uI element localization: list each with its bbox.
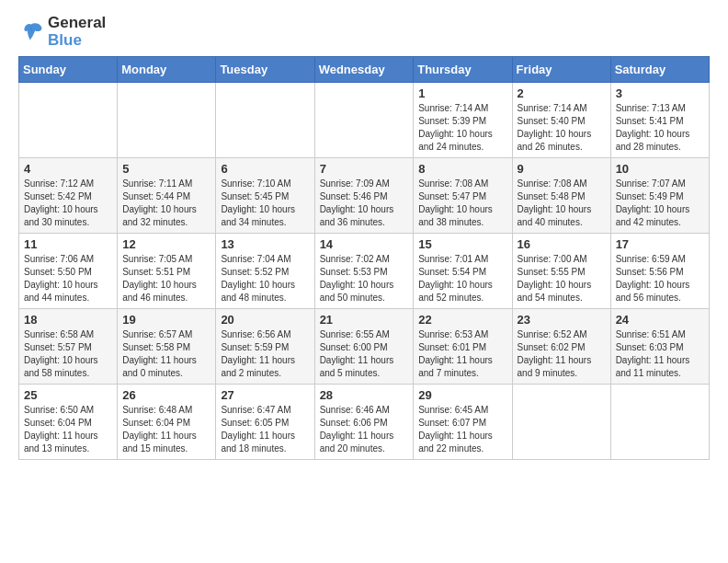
day-number: 19 xyxy=(122,313,210,327)
day-info: Sunrise: 6:52 AM Sunset: 6:02 PM Dayligh… xyxy=(518,328,606,380)
calendar-cell: 18Sunrise: 6:58 AM Sunset: 5:57 PM Dayli… xyxy=(19,309,118,385)
calendar-cell: 26Sunrise: 6:48 AM Sunset: 6:04 PM Dayli… xyxy=(118,385,216,460)
day-info: Sunrise: 6:45 AM Sunset: 6:07 PM Dayligh… xyxy=(418,404,506,455)
day-number: 20 xyxy=(221,313,309,327)
day-number: 4 xyxy=(24,162,112,176)
weekday-header: Thursday xyxy=(414,57,512,83)
day-number: 18 xyxy=(24,313,112,327)
calendar-cell: 21Sunrise: 6:55 AM Sunset: 6:00 PM Dayli… xyxy=(314,309,414,385)
day-info: Sunrise: 7:13 AM Sunset: 5:41 PM Dayligh… xyxy=(616,102,704,154)
calendar-cell: 10Sunrise: 7:07 AM Sunset: 5:49 PM Dayli… xyxy=(610,158,709,234)
day-number: 14 xyxy=(320,237,409,251)
day-info: Sunrise: 7:14 AM Sunset: 5:40 PM Dayligh… xyxy=(518,102,606,154)
calendar-cell: 22Sunrise: 6:53 AM Sunset: 6:01 PM Dayli… xyxy=(414,309,512,385)
day-number: 17 xyxy=(616,237,704,251)
calendar-cell: 8Sunrise: 7:08 AM Sunset: 5:47 PM Daylig… xyxy=(414,158,512,234)
day-number: 3 xyxy=(616,86,704,100)
day-number: 29 xyxy=(418,388,506,402)
logo: General Blue xyxy=(18,15,106,49)
calendar-cell: 6Sunrise: 7:10 AM Sunset: 5:45 PM Daylig… xyxy=(216,158,314,234)
logo-bird-icon xyxy=(18,19,44,45)
day-number: 26 xyxy=(122,388,210,402)
day-info: Sunrise: 6:59 AM Sunset: 5:56 PM Dayligh… xyxy=(616,253,704,304)
day-info: Sunrise: 6:48 AM Sunset: 6:04 PM Dayligh… xyxy=(122,404,210,455)
day-number: 1 xyxy=(418,86,506,100)
weekday-header: Wednesday xyxy=(314,57,414,83)
day-number: 27 xyxy=(221,388,309,402)
day-info: Sunrise: 7:09 AM Sunset: 5:46 PM Dayligh… xyxy=(320,178,409,229)
day-info: Sunrise: 7:05 AM Sunset: 5:51 PM Dayligh… xyxy=(122,253,210,304)
day-info: Sunrise: 7:12 AM Sunset: 5:42 PM Dayligh… xyxy=(24,178,112,229)
calendar-cell: 5Sunrise: 7:11 AM Sunset: 5:44 PM Daylig… xyxy=(118,158,216,234)
weekday-header: Tuesday xyxy=(216,57,314,83)
calendar-cell: 29Sunrise: 6:45 AM Sunset: 6:07 PM Dayli… xyxy=(414,385,512,460)
day-number: 7 xyxy=(320,162,409,176)
calendar-cell: 27Sunrise: 6:47 AM Sunset: 6:05 PM Dayli… xyxy=(216,385,314,460)
logo-text: General Blue xyxy=(48,15,106,49)
day-info: Sunrise: 6:58 AM Sunset: 5:57 PM Dayligh… xyxy=(24,328,112,380)
day-number: 16 xyxy=(518,237,606,251)
calendar-cell: 28Sunrise: 6:46 AM Sunset: 6:06 PM Dayli… xyxy=(314,385,414,460)
day-info: Sunrise: 6:55 AM Sunset: 6:00 PM Dayligh… xyxy=(320,328,409,380)
day-number: 21 xyxy=(320,313,409,327)
calendar-week-row: 18Sunrise: 6:58 AM Sunset: 5:57 PM Dayli… xyxy=(19,309,710,385)
day-number: 22 xyxy=(418,313,506,327)
day-info: Sunrise: 6:47 AM Sunset: 6:05 PM Dayligh… xyxy=(221,404,309,455)
day-info: Sunrise: 7:14 AM Sunset: 5:39 PM Dayligh… xyxy=(418,102,506,154)
calendar-cell: 25Sunrise: 6:50 AM Sunset: 6:04 PM Dayli… xyxy=(19,385,118,460)
day-info: Sunrise: 7:08 AM Sunset: 5:47 PM Dayligh… xyxy=(418,178,506,229)
weekday-header: Saturday xyxy=(610,57,709,83)
calendar-week-row: 11Sunrise: 7:06 AM Sunset: 5:50 PM Dayli… xyxy=(19,234,710,309)
day-info: Sunrise: 6:56 AM Sunset: 5:59 PM Dayligh… xyxy=(221,328,309,380)
day-number: 28 xyxy=(320,388,409,402)
page-header: General Blue xyxy=(18,15,710,49)
day-number: 5 xyxy=(122,162,210,176)
calendar-cell xyxy=(512,385,610,460)
day-number: 13 xyxy=(221,237,309,251)
calendar-cell xyxy=(610,385,709,460)
day-number: 15 xyxy=(418,237,506,251)
calendar-cell: 19Sunrise: 6:57 AM Sunset: 5:58 PM Dayli… xyxy=(118,309,216,385)
calendar-cell: 13Sunrise: 7:04 AM Sunset: 5:52 PM Dayli… xyxy=(216,234,314,309)
day-info: Sunrise: 7:11 AM Sunset: 5:44 PM Dayligh… xyxy=(122,178,210,229)
day-number: 6 xyxy=(221,162,309,176)
day-info: Sunrise: 7:01 AM Sunset: 5:54 PM Dayligh… xyxy=(418,253,506,304)
calendar-cell xyxy=(314,83,414,158)
calendar-cell: 24Sunrise: 6:51 AM Sunset: 6:03 PM Dayli… xyxy=(610,309,709,385)
calendar-cell: 12Sunrise: 7:05 AM Sunset: 5:51 PM Dayli… xyxy=(118,234,216,309)
calendar-cell: 1Sunrise: 7:14 AM Sunset: 5:39 PM Daylig… xyxy=(414,83,512,158)
calendar-cell: 4Sunrise: 7:12 AM Sunset: 5:42 PM Daylig… xyxy=(19,158,118,234)
calendar-table: SundayMondayTuesdayWednesdayThursdayFrid… xyxy=(18,56,710,460)
calendar-week-row: 1Sunrise: 7:14 AM Sunset: 5:39 PM Daylig… xyxy=(19,83,710,158)
day-number: 24 xyxy=(616,313,704,327)
calendar-cell: 9Sunrise: 7:08 AM Sunset: 5:48 PM Daylig… xyxy=(512,158,610,234)
weekday-header: Friday xyxy=(512,57,610,83)
calendar-cell: 16Sunrise: 7:00 AM Sunset: 5:55 PM Dayli… xyxy=(512,234,610,309)
day-info: Sunrise: 6:51 AM Sunset: 6:03 PM Dayligh… xyxy=(616,328,704,380)
day-number: 9 xyxy=(518,162,606,176)
day-number: 12 xyxy=(122,237,210,251)
day-info: Sunrise: 7:10 AM Sunset: 5:45 PM Dayligh… xyxy=(221,178,309,229)
day-number: 2 xyxy=(518,86,606,100)
day-number: 10 xyxy=(616,162,704,176)
calendar-cell: 3Sunrise: 7:13 AM Sunset: 5:41 PM Daylig… xyxy=(610,83,709,158)
day-number: 23 xyxy=(518,313,606,327)
calendar-cell: 11Sunrise: 7:06 AM Sunset: 5:50 PM Dayli… xyxy=(19,234,118,309)
day-number: 11 xyxy=(24,237,112,251)
calendar-cell xyxy=(216,83,314,158)
day-info: Sunrise: 7:08 AM Sunset: 5:48 PM Dayligh… xyxy=(518,178,606,229)
calendar-cell xyxy=(118,83,216,158)
calendar-cell: 15Sunrise: 7:01 AM Sunset: 5:54 PM Dayli… xyxy=(414,234,512,309)
day-info: Sunrise: 6:46 AM Sunset: 6:06 PM Dayligh… xyxy=(320,404,409,455)
day-number: 25 xyxy=(24,388,112,402)
day-info: Sunrise: 7:07 AM Sunset: 5:49 PM Dayligh… xyxy=(616,178,704,229)
calendar-week-row: 25Sunrise: 6:50 AM Sunset: 6:04 PM Dayli… xyxy=(19,385,710,460)
day-info: Sunrise: 6:50 AM Sunset: 6:04 PM Dayligh… xyxy=(24,404,112,455)
calendar-cell: 17Sunrise: 6:59 AM Sunset: 5:56 PM Dayli… xyxy=(610,234,709,309)
day-number: 8 xyxy=(418,162,506,176)
calendar-cell: 20Sunrise: 6:56 AM Sunset: 5:59 PM Dayli… xyxy=(216,309,314,385)
calendar-week-row: 4Sunrise: 7:12 AM Sunset: 5:42 PM Daylig… xyxy=(19,158,710,234)
calendar-cell: 7Sunrise: 7:09 AM Sunset: 5:46 PM Daylig… xyxy=(314,158,414,234)
weekday-header: Sunday xyxy=(19,57,118,83)
calendar-cell: 14Sunrise: 7:02 AM Sunset: 5:53 PM Dayli… xyxy=(314,234,414,309)
